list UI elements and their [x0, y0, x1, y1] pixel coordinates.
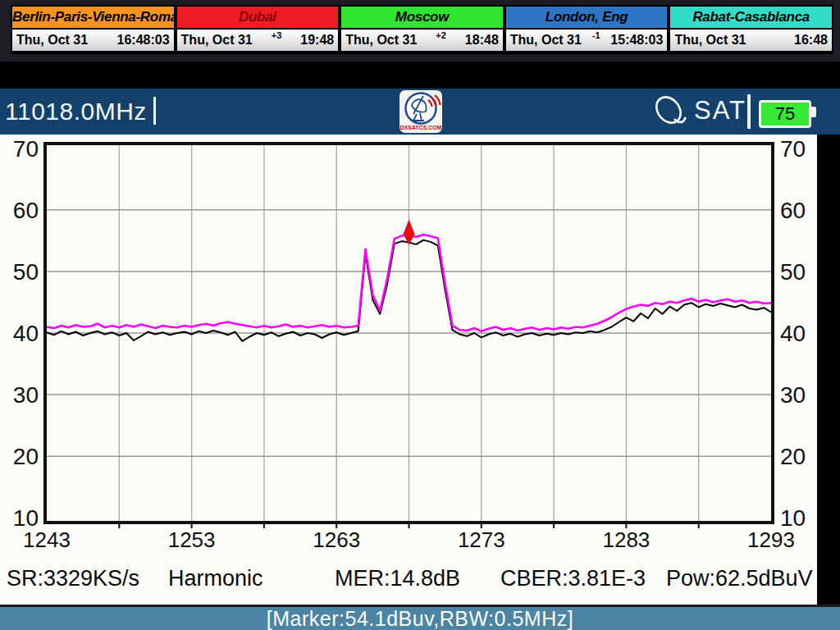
y-axis-label-right: 60 — [780, 198, 806, 223]
clock-time: 19:48 — [300, 30, 334, 51]
clock-utc-offset: +3 — [253, 25, 301, 46]
clock-utc-offset: +2 — [417, 25, 465, 46]
y-axis-label-right: 20 — [780, 444, 806, 469]
y-axis-label-right: 70 — [780, 136, 806, 162]
marker-status-bar: [Marker:54.1dBuv,RBW:0.5MHz] — [0, 605, 840, 630]
battery-percent: 75 — [775, 103, 795, 125]
text-cursor — [153, 97, 156, 125]
mer-readout: MER:14.8dB — [335, 566, 460, 591]
satellite-dish-icon — [651, 94, 693, 131]
world-clock-strip: Berlin-Paris-Vienna-Roma Thu, Oct 31 16:… — [0, 0, 840, 62]
frequency-input[interactable]: 11018.0MHz — [5, 97, 156, 126]
dxsatcs-logo: DXSATCS.COM — [399, 89, 443, 134]
marker-text: [Marker:54.1dBuv,RBW:0.5MHz] — [267, 607, 573, 630]
satellite-meter-screen: Berlin-Paris-Vienna-Roma Thu, Oct 31 16:… — [0, 0, 840, 630]
x-axis-label: 1293 — [747, 527, 795, 552]
city-label: Rabat-Casablanca — [670, 7, 832, 30]
frequency-value: 11018.0MHz — [5, 98, 147, 125]
clock-time: 18:48 — [465, 30, 499, 51]
clock-date: Thu, Oct 31 — [510, 30, 582, 51]
clock-time: 16:48:03 — [117, 30, 170, 51]
y-axis-label-left: 70 — [13, 136, 39, 162]
power-readout: Pow:62.5dBuV — [666, 566, 813, 591]
clock-time-row: Thu, Oct 31 +2 18:48 — [341, 30, 503, 51]
spectrum-chart: 7070606050504040303020201010124312531263… — [0, 135, 840, 605]
separator-strip — [0, 62, 840, 89]
clock-time: 15:48:03 — [610, 30, 663, 51]
x-axis-label: 1273 — [458, 527, 505, 552]
mode-readout: Harmonic — [168, 566, 263, 591]
clock-date: Thu, Oct 31 — [181, 30, 253, 51]
cber-readout: CBER:3.81E-3 — [500, 566, 646, 591]
y-axis-label-left: 40 — [13, 321, 39, 346]
clock-date: Thu, Oct 31 — [16, 30, 88, 51]
clock-time: 16:48 — [794, 30, 828, 51]
city-label: Berlin-Paris-Vienna-Roma — [12, 7, 174, 30]
clock-panel-berlin: Berlin-Paris-Vienna-Roma Thu, Oct 31 16:… — [11, 5, 176, 54]
symbol-rate-readout: SR:3329KS/s — [7, 566, 139, 591]
clock-time-row: Thu, Oct 31 16:48 — [670, 30, 832, 51]
clock-time-row: Thu, Oct 31 -1 15:48:03 — [506, 30, 668, 51]
x-axis-label: 1263 — [313, 527, 360, 552]
y-axis-label-right: 30 — [780, 382, 806, 408]
clock-date: Thu, Oct 31 — [674, 30, 746, 51]
y-axis-label-right: 40 — [780, 321, 806, 346]
y-axis-label-right: 50 — [780, 259, 806, 285]
clock-panel-rabat: Rabat-Casablanca Thu, Oct 31 16:48 — [669, 5, 833, 54]
clock-panel-moscow: Moscow Thu, Oct 31 +2 18:48 — [340, 5, 504, 54]
meter-header: 11018.0MHz DXSATCS.COM SAT 75 — [0, 89, 840, 136]
logo-text: DXSATCS.COM — [399, 125, 441, 130]
clock-utc-offset: -1 — [582, 25, 610, 46]
battery-indicator: 75 — [759, 100, 811, 128]
x-axis-label: 1283 — [602, 527, 650, 552]
clock-date: Thu, Oct 31 — [345, 30, 417, 51]
y-axis-label-left: 20 — [13, 444, 39, 469]
header-separator — [747, 94, 751, 129]
sat-mode-label: SAT — [694, 96, 746, 126]
x-axis-label: 1243 — [23, 527, 71, 552]
clock-panel-dubai: Dubai Thu, Oct 31 +3 19:48 — [176, 5, 340, 54]
clock-time-row: Thu, Oct 31 16:48:03 — [12, 30, 174, 51]
x-axis-label: 1253 — [168, 527, 216, 552]
clock-panel-london: London, Eng Thu, Oct 31 -1 15:48:03 — [504, 5, 669, 54]
world-clock-bar: Berlin-Paris-Vienna-Roma Thu, Oct 31 16:… — [11, 5, 833, 54]
y-axis-label-left: 50 — [13, 259, 39, 285]
y-axis-label-left: 30 — [13, 382, 39, 408]
y-axis-label-left: 60 — [13, 198, 39, 223]
clock-time-row: Thu, Oct 31 +3 19:48 — [177, 30, 339, 51]
battery-nub — [811, 107, 816, 117]
